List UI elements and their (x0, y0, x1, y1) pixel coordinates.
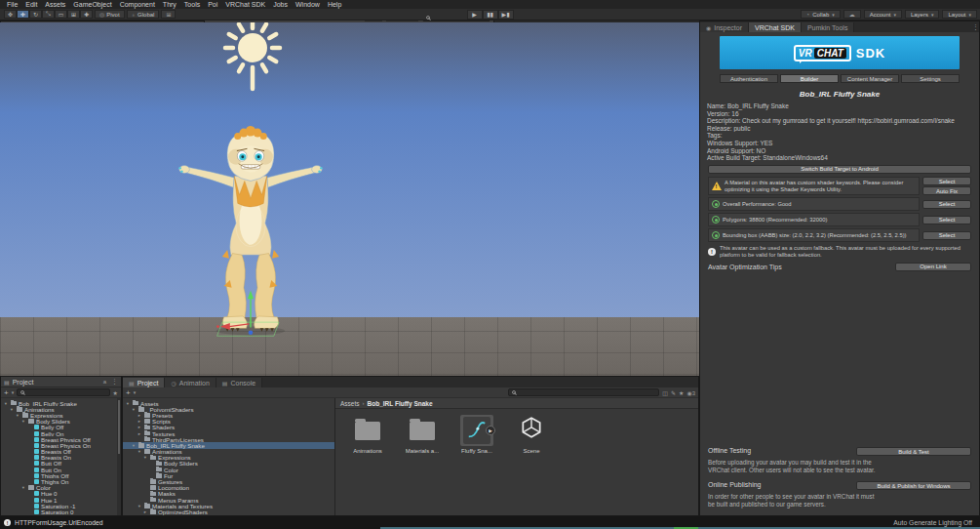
sdk-tab-content-manager[interactable]: Content Manager (841, 74, 899, 83)
menu-vrchat-sdk[interactable]: VRChat SDK (221, 1, 269, 8)
menu-assets[interactable]: Assets (41, 1, 69, 8)
add-asset-button[interactable]: + (126, 388, 131, 397)
cloud-button[interactable]: ☁ (843, 10, 861, 19)
hand-tool-icon[interactable]: ✥ (4, 10, 17, 19)
tab-vrchat-sdk[interactable]: VRChat SDK (749, 22, 802, 32)
tab-inspector[interactable]: ◉Inspector (700, 22, 749, 32)
project-folder-tree: ▾Bob_IRL Fluffy Snake▾Animations▾Express… (1, 398, 121, 516)
console-icon: ▤ (222, 380, 228, 387)
folder-icon (150, 498, 156, 503)
menu-poi[interactable]: Poi (204, 1, 221, 8)
build-and-test-button[interactable]: Build & Test (856, 447, 971, 456)
play-button[interactable]: ▶ (467, 10, 483, 20)
check-text: Bounding box (AABB) size: (2.0, 2.2, 3.2… (723, 232, 907, 239)
scale-tool-icon[interactable]: ⤡ (42, 10, 55, 19)
rotate-tool-icon[interactable]: ↻ (29, 10, 42, 19)
menu-jobs[interactable]: Jobs (269, 1, 292, 8)
asset-tile-scene[interactable]: Scene (507, 415, 556, 454)
menu-file[interactable]: File (3, 1, 21, 8)
layout-dropdown[interactable]: Layout ▾ (942, 10, 977, 19)
folder-icon (410, 422, 435, 440)
layers-dropdown[interactable]: Layers ▾ (905, 10, 940, 19)
search-by-type-icon[interactable]: ◫ (662, 389, 668, 396)
project-tree-scrollbar[interactable] (117, 398, 121, 515)
chevron-down-icon[interactable]: ▾ (12, 389, 15, 395)
panel-menu-icon[interactable]: ⋮ (972, 23, 979, 31)
sun-object[interactable] (214, 22, 292, 103)
info-line: Windows Support: YES (700, 140, 979, 147)
account-dropdown[interactable]: Account ▾ (864, 10, 902, 19)
build-and-publish-button[interactable]: Build & Publish for Windows (856, 481, 971, 490)
chevron-down-icon[interactable]: ▾ (134, 389, 137, 395)
menu-tools[interactable]: Tools (180, 1, 204, 8)
auto-fix-button[interactable]: Auto Fix (922, 186, 971, 195)
status-message[interactable]: HTTPFormUsage.UrlEncoded (15, 519, 103, 526)
tab-console[interactable]: ▤Console (216, 378, 262, 387)
check-ok-icon (712, 216, 720, 224)
tab-project[interactable]: ▤Project (123, 378, 165, 387)
open-link-button[interactable]: Open Link (895, 263, 971, 271)
auto-generate-lighting-status[interactable]: Auto Generate Lighting Off (893, 519, 976, 526)
select-button[interactable]: Select (922, 231, 971, 240)
sdk-tab-builder[interactable]: Builder (780, 74, 839, 83)
grid-snap-toggle[interactable]: ⊞ (161, 10, 176, 19)
project-search-input[interactable] (26, 389, 105, 395)
menu-help[interactable]: Help (324, 1, 345, 8)
tab-animation[interactable]: ◷Animation (165, 378, 216, 387)
sdk-tab-authentication[interactable]: Authentication (720, 74, 778, 83)
add-asset-button[interactable]: + (4, 388, 9, 397)
project-icon: ▤ (4, 379, 10, 386)
collab-dropdown[interactable]: ◔ Collab ▾ (801, 10, 841, 19)
check-text: Polygons: 38800 (Recommended: 32000) (723, 217, 827, 224)
pivot-toggle[interactable]: ◎ Pivot (95, 10, 125, 19)
folder-icon (150, 485, 156, 490)
chevron-right-icon: ▸ (137, 419, 142, 424)
fallback-note: ! This avatar can be used as a custom fa… (708, 245, 971, 259)
chevron-down-icon: ▾ (9, 407, 15, 412)
assets-search[interactable] (508, 388, 659, 396)
tab-pumkin-tools[interactable]: Pumkin Tools (802, 22, 855, 32)
select-button[interactable]: Select (922, 177, 971, 185)
project-search[interactable] (17, 388, 109, 396)
favorites-star-icon[interactable]: ★ (113, 389, 118, 396)
asset-tile-materials-a[interactable]: Materials a... (398, 415, 447, 454)
menu-window[interactable]: Window (292, 1, 324, 8)
menu-edit[interactable]: Edit (21, 1, 41, 8)
menu-gameobject[interactable]: GameObject (69, 1, 115, 8)
menu-thry[interactable]: Thry (159, 1, 180, 8)
chevron-right-icon: ▸ (142, 509, 148, 514)
chevron-right-icon: ▸ (137, 431, 142, 436)
optimization-tips-label: Avatar Optimization Tips (708, 264, 782, 270)
sdk-tab-settings[interactable]: Settings (901, 74, 960, 83)
animation-clip-icon (34, 425, 39, 429)
rect-tool-icon[interactable]: ▭ (55, 10, 67, 19)
step-button[interactable]: ▶▮ (498, 10, 514, 20)
breadcrumb-current[interactable]: Bob_IRL Fluffy Snake (368, 400, 433, 407)
custom-tool-icon[interactable]: ✚ (80, 10, 93, 19)
avatar-model[interactable] (177, 124, 324, 340)
asset-tile-fluffy-sna[interactable]: ▶Fluffy Sna... (452, 415, 501, 454)
animation-clip-icon (34, 479, 39, 484)
lock-icon[interactable]: a (103, 379, 106, 385)
info-line: Release: public (700, 125, 979, 133)
select-button[interactable]: Select (922, 200, 971, 209)
menu-component[interactable]: Component (116, 1, 159, 8)
favorites-star-icon[interactable]: ★ (679, 389, 684, 396)
asset-tile-animations[interactable]: Animations (343, 415, 392, 454)
pivot-label: Pivot (106, 12, 119, 18)
folder-icon (355, 422, 380, 440)
assets-search-input[interactable] (518, 389, 655, 395)
switch-build-target-button[interactable]: Switch Build Target to Android (708, 165, 971, 174)
search-by-label-icon[interactable]: ✎ (671, 389, 676, 396)
panel-menu-icon[interactable]: ⋮ (111, 378, 118, 386)
pause-button[interactable]: ▮▮ (483, 10, 498, 20)
select-button[interactable]: Select (922, 216, 971, 224)
status-bar[interactable]: ! HTTPFormUsage.UrlEncoded Auto Generate… (0, 516, 980, 529)
move-tool-icon[interactable]: ✛ (17, 10, 29, 19)
global-toggle[interactable]: ♁ Global (127, 10, 160, 19)
transform-tool-icon[interactable]: ⊞ (67, 10, 80, 19)
check-ok-icon (712, 231, 720, 239)
breadcrumb-root[interactable]: Assets (340, 400, 360, 407)
hidden-count-icon[interactable]: ◉3 (686, 389, 695, 396)
folder-icon (156, 468, 162, 472)
